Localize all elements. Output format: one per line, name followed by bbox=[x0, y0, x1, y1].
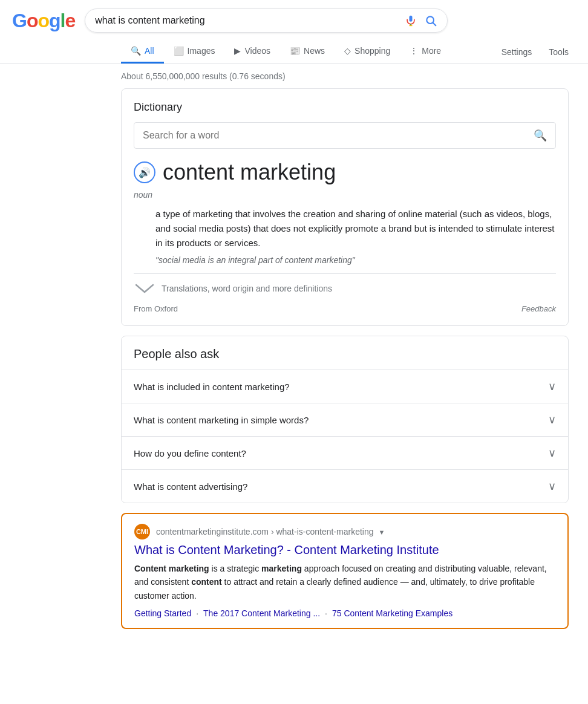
paa-question-3: How do you define content? bbox=[134, 448, 246, 458]
people-also-ask-card: People also ask What is included in cont… bbox=[121, 336, 569, 503]
result-link-1[interactable]: Getting Started bbox=[134, 608, 191, 618]
paa-question-1: What is included in content marketing? bbox=[134, 382, 290, 392]
tab-images[interactable]: ⬜ Images bbox=[164, 40, 225, 64]
paa-title: People also ask bbox=[122, 336, 568, 370]
paa-item-1[interactable]: What is included in content marketing? ∨ bbox=[122, 370, 568, 403]
result-links: Getting Started · The 2017 Content Marke… bbox=[134, 608, 555, 618]
dict-search-input[interactable] bbox=[143, 130, 534, 141]
paa-question-4: What is content advertising? bbox=[134, 481, 247, 492]
chevron-down-icon: ∨ bbox=[548, 413, 556, 426]
word-pos: noun bbox=[134, 190, 556, 200]
google-logo: Google bbox=[12, 10, 75, 32]
news-icon: 📰 bbox=[290, 46, 300, 56]
tab-shopping-label: Shopping bbox=[354, 46, 390, 56]
result-title[interactable]: What is Content Marketing? - Content Mar… bbox=[134, 543, 555, 557]
result-link-3[interactable]: 75 Content Marketing Examples bbox=[332, 608, 452, 618]
definition-text: a type of marketing that involves the cr… bbox=[155, 207, 556, 250]
tab-videos[interactable]: ▶ Videos bbox=[224, 40, 280, 64]
tab-shopping[interactable]: ◇ Shopping bbox=[335, 40, 400, 64]
nav-settings: Settings Tools bbox=[494, 41, 588, 63]
tab-videos-label: Videos bbox=[244, 46, 270, 56]
images-icon: ⬜ bbox=[174, 46, 184, 56]
videos-icon: ▶ bbox=[234, 46, 241, 56]
definition-block: a type of marketing that involves the cr… bbox=[146, 207, 556, 265]
speaker-button[interactable]: 🔊 bbox=[134, 161, 155, 183]
word-title: content marketing bbox=[163, 160, 336, 185]
chevron-down-icon: ∨ bbox=[548, 480, 556, 493]
dict-search-bar[interactable]: 🔍 bbox=[134, 122, 556, 149]
results-count: About 6,550,000,000 results (0.76 second… bbox=[0, 64, 588, 88]
paa-item-4[interactable]: What is content advertising? ∨ bbox=[122, 469, 568, 503]
dict-search-icon: 🔍 bbox=[534, 129, 547, 142]
search-result-card: CMI contentmarketinginstitute.com › what… bbox=[121, 513, 569, 629]
paa-question-2: What is content marketing in simple word… bbox=[134, 415, 309, 425]
search-input[interactable] bbox=[95, 15, 405, 26]
tab-news-label: News bbox=[304, 46, 325, 56]
link-separator: · bbox=[325, 608, 327, 618]
tools-link[interactable]: Tools bbox=[541, 41, 576, 63]
more-icon: ⋮ bbox=[410, 46, 418, 56]
more-defs-label: Translations, word origin and more defin… bbox=[162, 284, 332, 293]
tab-more-label: More bbox=[422, 46, 441, 56]
dictionary-card: Dictionary 🔍 🔊 content marketing noun a … bbox=[121, 88, 569, 326]
tab-images-label: Images bbox=[188, 46, 215, 56]
all-icon: 🔍 bbox=[131, 46, 141, 56]
svg-line-4 bbox=[433, 23, 436, 26]
result-snippet: Content marketing is a strategic marketi… bbox=[134, 562, 555, 602]
nav-tabs: 🔍 All ⬜ Images ▶ Videos 📰 News ◇ Shoppin… bbox=[0, 35, 588, 64]
dict-source: From Oxford bbox=[134, 304, 178, 313]
main-content: Dictionary 🔍 🔊 content marketing noun a … bbox=[0, 88, 581, 641]
tab-more[interactable]: ⋮ More bbox=[400, 40, 451, 64]
feedback-link[interactable]: Feedback bbox=[521, 304, 556, 313]
paa-item-2[interactable]: What is content marketing in simple word… bbox=[122, 403, 568, 436]
search-bar[interactable] bbox=[85, 8, 448, 33]
tab-news[interactable]: 📰 News bbox=[280, 40, 335, 64]
settings-link[interactable]: Settings bbox=[494, 41, 540, 63]
tab-all[interactable]: 🔍 All bbox=[121, 40, 164, 64]
site-path: › what-is-content-marketing bbox=[271, 527, 374, 536]
search-icons bbox=[405, 14, 437, 27]
search-button[interactable] bbox=[424, 14, 437, 27]
more-definitions-toggle[interactable]: Translations, word origin and more defin… bbox=[134, 273, 556, 298]
chevron-down-icon bbox=[134, 282, 155, 295]
link-separator: · bbox=[196, 608, 198, 618]
mic-icon[interactable] bbox=[405, 15, 417, 27]
site-favicon: CMI bbox=[134, 524, 150, 539]
chevron-down-icon: ∨ bbox=[548, 446, 556, 460]
shopping-icon: ◇ bbox=[344, 46, 351, 56]
word-header: 🔊 content marketing bbox=[134, 160, 556, 185]
result-site-info: CMI contentmarketinginstitute.com › what… bbox=[134, 524, 555, 539]
example-text: "social media is an integral part of con… bbox=[155, 255, 556, 265]
site-domain: contentmarketinginstitute.com bbox=[156, 527, 269, 536]
header: Google bbox=[0, 0, 588, 33]
dictionary-label: Dictionary bbox=[134, 101, 556, 114]
dict-footer: From Oxford Feedback bbox=[134, 298, 556, 313]
site-url: contentmarketinginstitute.com › what-is-… bbox=[156, 527, 385, 536]
svg-rect-0 bbox=[410, 16, 413, 22]
dropdown-arrow-icon[interactable]: ▼ bbox=[378, 529, 385, 536]
paa-item-3[interactable]: How do you define content? ∨ bbox=[122, 436, 568, 469]
tab-all-label: All bbox=[145, 46, 154, 56]
chevron-down-icon: ∨ bbox=[548, 380, 556, 393]
result-link-2[interactable]: The 2017 Content Marketing ... bbox=[203, 608, 320, 618]
